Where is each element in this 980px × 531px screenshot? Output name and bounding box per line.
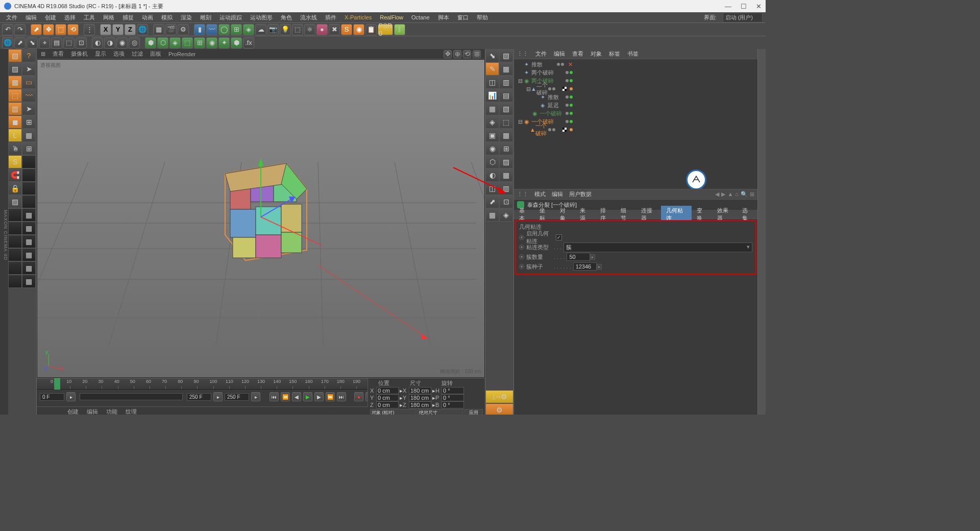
rt-16[interactable]: ⬡ xyxy=(485,155,499,168)
tex-4[interactable]: ▦ xyxy=(22,248,36,261)
menu-mesh[interactable]: 网格 xyxy=(100,13,117,22)
rt-8[interactable]: ▦ xyxy=(485,102,499,115)
undo-button[interactable]: ↶ xyxy=(2,24,13,35)
rt-5[interactable]: ▥ xyxy=(499,76,513,89)
enable-glue-checkbox[interactable]: ✓ xyxy=(556,234,562,240)
light-button[interactable]: 💡 xyxy=(280,24,291,35)
seed-spinner[interactable]: ▸ xyxy=(597,264,602,270)
pos-y[interactable]: 0 cm xyxy=(376,394,399,401)
rt-6[interactable]: 📊 xyxy=(485,89,499,102)
menu-select[interactable]: 选择 xyxy=(61,13,79,22)
obj-tab-tags[interactable]: 标签 xyxy=(609,50,620,58)
attr-fwd-icon[interactable]: ▶ xyxy=(721,191,725,198)
count-spinner[interactable]: ▸ xyxy=(590,254,595,260)
tex-5[interactable]: ▦ xyxy=(22,261,36,275)
vp-icon[interactable]: ⊞ xyxy=(41,51,45,57)
tex-2[interactable]: ▦ xyxy=(22,222,36,235)
timeline-scroll[interactable] xyxy=(80,393,183,400)
spin-3[interactable]: ▸ xyxy=(251,392,260,401)
glue-type-dropdown[interactable]: 簇▾ xyxy=(564,243,752,252)
record-button[interactable]: ● xyxy=(354,392,363,401)
render-pv-button[interactable]: 🎬 xyxy=(165,24,177,35)
workplane-tool[interactable]: ▦ xyxy=(22,129,36,142)
attr-back-icon[interactable]: ◀ xyxy=(715,191,719,198)
goto-start-button[interactable]: ⏮ xyxy=(270,392,279,401)
mograph-4[interactable]: ⬚ xyxy=(182,37,193,49)
s-mode[interactable]: S xyxy=(8,155,22,168)
vp-panel[interactable]: 面板 xyxy=(150,50,161,58)
vp-nav-4[interactable]: ⊞ xyxy=(473,50,481,58)
vp-display[interactable]: 显示 xyxy=(95,50,106,58)
size-x[interactable]: 180 cm xyxy=(409,387,431,394)
attr-menu-icon[interactable]: ⊞ xyxy=(750,191,754,198)
rt-13[interactable]: ▦ xyxy=(499,129,513,142)
tree-row[interactable]: ⊟◉两个破碎 xyxy=(515,77,756,85)
layout-dropdown[interactable]: 启动 (用户) xyxy=(723,13,763,22)
vp-nav-2[interactable]: ⊕ xyxy=(453,50,461,58)
dynamics-button[interactable]: ● xyxy=(316,24,328,35)
scale-tool[interactable]: ⬚ xyxy=(55,24,66,35)
attr-search-icon[interactable]: 🔍 xyxy=(741,191,748,198)
menu-snap[interactable]: 捕捉 xyxy=(119,13,137,22)
mat-texture[interactable]: 纹理 xyxy=(126,408,137,415)
obj-grip-icon[interactable]: ⋮⋮ xyxy=(517,51,528,57)
dyn-1[interactable]: ◐ xyxy=(92,37,103,49)
texture-mode[interactable]: ▨ xyxy=(8,62,22,76)
coord-system-button[interactable]: 🌐 xyxy=(137,24,148,35)
obj-tab-view[interactable]: 查看 xyxy=(572,50,583,58)
size-z[interactable]: 180 cm xyxy=(409,401,431,408)
scene-button[interactable]: ⬚ xyxy=(292,24,303,35)
menu-window[interactable]: 窗口 xyxy=(454,13,472,22)
axis-mode[interactable]: L xyxy=(8,129,22,142)
mograph-7[interactable]: ✦ xyxy=(218,37,230,49)
lasso-tool[interactable]: 〰 xyxy=(22,89,36,102)
param-bullet-icon[interactable] xyxy=(519,235,524,240)
select-tool[interactable]: ⬈ xyxy=(31,24,42,35)
brush-tool[interactable]: ▨ xyxy=(8,195,22,208)
maximize-button[interactable]: ☐ xyxy=(741,3,747,10)
rt-24[interactable]: ▦ xyxy=(485,208,499,222)
reset-axis-button[interactable]: ⟂=1 ⚙ xyxy=(485,390,513,403)
dyn-2[interactable]: ◑ xyxy=(104,37,115,49)
attr-grip-icon[interactable]: ⋮⋮ xyxy=(517,191,528,198)
vp-view[interactable]: 查看 xyxy=(53,50,64,58)
move-tool[interactable]: ✥ xyxy=(43,24,54,35)
coord-mode-dropdown[interactable]: 对象 (相对) xyxy=(370,409,416,415)
tree-row[interactable]: ◉一个破碎 xyxy=(515,109,756,117)
help-icon[interactable]: ? xyxy=(22,49,36,62)
psr-button[interactable]: PSR0 xyxy=(378,24,393,35)
rt-3[interactable]: ▦ xyxy=(499,62,513,76)
menu-script[interactable]: 脚本 xyxy=(435,13,452,22)
close-button[interactable]: ✕ xyxy=(756,3,762,10)
deform-button[interactable]: ◈ xyxy=(243,24,254,35)
end-frame-field[interactable]: 250 F xyxy=(187,393,211,401)
menu-tools[interactable]: 工具 xyxy=(81,13,98,22)
tex-3[interactable]: ▦ xyxy=(22,235,36,248)
menu-sculpt[interactable]: 雕刻 xyxy=(197,13,214,22)
menu-pipeline[interactable]: 流水线 xyxy=(297,13,320,22)
mat-edit[interactable]: 编辑 xyxy=(87,408,98,415)
mograph-3[interactable]: ◈ xyxy=(169,37,181,49)
lock-tool[interactable]: 🔒 xyxy=(8,182,22,195)
menu-help[interactable]: 帮助 xyxy=(474,13,491,22)
menu-mograph[interactable]: 运动图形 xyxy=(247,13,276,22)
menu-plugins[interactable]: 插件 xyxy=(322,13,339,22)
mograph-5[interactable]: ⊞ xyxy=(194,37,205,49)
environment-button[interactable]: ☁ xyxy=(255,24,266,35)
mat-create[interactable]: 创建 xyxy=(67,408,79,415)
grid-tool[interactable]: ⊞ xyxy=(22,115,36,129)
physics-button[interactable]: ⚛ xyxy=(304,24,315,35)
menu-file[interactable]: 文件 xyxy=(3,13,20,22)
array-button[interactable]: ⊞ xyxy=(231,24,242,35)
rotate-tool[interactable]: ⟲ xyxy=(67,24,79,35)
rt-12[interactable]: ▣ xyxy=(485,129,499,142)
obj-tab-bookmarks[interactable]: 书签 xyxy=(627,50,639,58)
render-view-button[interactable]: ▦ xyxy=(153,24,164,35)
spline-button[interactable]: 〰 xyxy=(206,24,217,35)
fx-button[interactable]: .fx xyxy=(243,37,254,49)
rt-14[interactable]: ◉ xyxy=(485,142,499,155)
cube-button[interactable]: ▮ xyxy=(194,24,205,35)
obj-tab-file[interactable]: 文件 xyxy=(535,50,547,58)
vp-filter[interactable]: 过滤 xyxy=(132,50,143,58)
obj-tab-edit[interactable]: 编辑 xyxy=(554,50,565,58)
